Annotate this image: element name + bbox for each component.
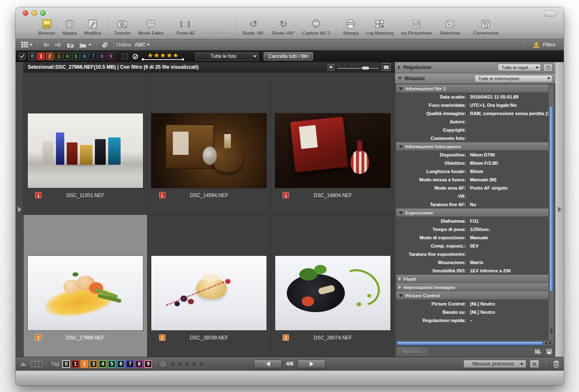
- apply-tag-button[interactable]: 7: [126, 360, 134, 368]
- metadati-dropdown[interactable]: Tutte le informazioni: [475, 75, 552, 82]
- apply-tag-button[interactable]: 5: [108, 360, 116, 368]
- toolbar-button-memo-vocale[interactable]: Memo vocale: [199, 17, 233, 36]
- revert-adjustments-button[interactable]: [543, 64, 552, 72]
- filmstrip-collapse-icon[interactable]: [20, 362, 27, 366]
- toolbar-button-transfer[interactable]: Transfer: [110, 17, 135, 36]
- horizontal-scroll-arrows[interactable]: [543, 341, 554, 345]
- toolbar-button-ruota-neg[interactable]: ↺ Ruota -90°: [239, 17, 268, 36]
- toolbar-button-stampa[interactable]: Stampa: [339, 17, 362, 36]
- back-button[interactable]: [40, 41, 52, 49]
- section-header-esposizione[interactable]: Esposizione: [396, 209, 548, 217]
- filter-tag-button[interactable]: 5: [72, 53, 80, 60]
- thumbnail-cell[interactable]: 2 DSC_28074.NEF: [271, 215, 395, 357]
- ripristina-button[interactable]: Ripristina: [397, 348, 427, 355]
- ordina-label: Ordina: [116, 42, 131, 48]
- folder-up-button[interactable]: [64, 41, 77, 49]
- select-all-checkbox[interactable]: [19, 53, 25, 60]
- section-header-impostazioni-immagini[interactable]: Impostazioni Immagini: [396, 283, 548, 291]
- star-range-slider[interactable]: [142, 58, 184, 60]
- vertical-scroll-arrows[interactable]: [549, 328, 554, 334]
- thumbnail-cell[interactable]: 2 DSC_28039.NEF: [148, 215, 271, 357]
- clear-filters-button[interactable]: Cancella tutti i filtri: [264, 52, 313, 60]
- thumbnail-cell-selected[interactable]: 2 DSC_27966.NEF: [24, 215, 147, 357]
- forward-arrow-icon: [54, 41, 62, 48]
- toolbar-button-punto-af[interactable]: [ ] Punto AF: [173, 17, 199, 36]
- toolbar-button-mappa[interactable]: Mappa: [59, 17, 80, 36]
- cancel-process-button[interactable]: [530, 360, 539, 368]
- toolbar-button-conversione[interactable]: TYPE Conversione: [469, 17, 502, 36]
- process-dropdown[interactable]: Nessun processo: [463, 360, 526, 368]
- filter-tag-button[interactable]: 6: [81, 53, 88, 60]
- no-rating-icon[interactable]: [160, 361, 166, 367]
- toolbar-button-modifica[interactable]: Modifica: [80, 17, 105, 36]
- star-filter-checkbox[interactable]: [122, 53, 128, 60]
- resize-grip[interactable]: [556, 363, 563, 370]
- thumbnail-size-slider[interactable]: [337, 64, 379, 70]
- forward-button[interactable]: [52, 41, 64, 49]
- apply-tag-button[interactable]: 8: [135, 360, 143, 368]
- rating-stars[interactable]: ★★★★★: [170, 360, 204, 368]
- toolbar-toggle-pill[interactable]: [544, 11, 556, 17]
- filter-tag-button[interactable]: 2: [46, 53, 53, 60]
- toolbar-button-browser[interactable]: Browser: [35, 17, 59, 36]
- apply-tag-button[interactable]: 2: [80, 360, 88, 368]
- section-header-informazioni-fotocamera[interactable]: Informazioni fotocamera: [396, 142, 548, 151]
- sort-mode-dropdown[interactable]: ABC: [133, 41, 152, 48]
- duplicate-button[interactable]: [99, 41, 111, 49]
- filter-tag-button[interactable]: 9: [107, 53, 114, 60]
- metadata-horizontal-scrollbar[interactable]: [396, 340, 554, 346]
- apply-tag-button[interactable]: 4: [99, 360, 107, 368]
- metadata-vertical-scrollbar[interactable]: [548, 84, 554, 340]
- left-panel-collapse-strip[interactable]: [16, 62, 24, 357]
- section-header-flash[interactable]: Flash: [396, 275, 548, 283]
- previous-page-button[interactable]: [254, 360, 282, 368]
- view-mode-button[interactable]: [19, 41, 35, 48]
- no-rating-icon[interactable]: [133, 54, 138, 59]
- toolbar-button-log-matching[interactable]: Log Matching: [362, 17, 397, 36]
- toolbar-button-slideshow[interactable]: Slideshow: [436, 17, 464, 36]
- apply-tag-button[interactable]: 1: [71, 360, 79, 368]
- favorite-folder-button[interactable]: [77, 41, 94, 49]
- metadata-row: Lunghezza focale: 85mm: [396, 167, 548, 176]
- zoom-out-thumb-icon[interactable]: [328, 64, 334, 70]
- filter-tag-button[interactable]: 4: [63, 53, 71, 60]
- toolbar-button-ruota-pos[interactable]: ↻ Ruota +90°: [268, 17, 298, 36]
- filter-tag-button[interactable]: 7: [90, 53, 97, 60]
- filter-tag-button[interactable]: 8: [98, 53, 106, 60]
- filter-tag-button[interactable]: 3: [55, 53, 62, 60]
- apply-tag-button[interactable]: 0: [62, 360, 70, 368]
- right-panel-collapse-strip[interactable]: [555, 62, 564, 357]
- filtro-button[interactable]: Filtro: [527, 40, 560, 49]
- thumbnail-cell[interactable]: 1 DSC_14604.NEF: [271, 72, 395, 214]
- save-icon[interactable]: [545, 348, 553, 355]
- section-header-informazioni-file[interactable]: Informazioni file 2: [396, 84, 548, 93]
- next-page-button[interactable]: [298, 360, 326, 368]
- vertical-scroll-thumb[interactable]: [550, 106, 553, 291]
- minimize-button[interactable]: [31, 10, 37, 16]
- thumbnail-cell[interactable]: 1 DSC_11301.NEF: [24, 72, 147, 214]
- section-header-picture-control[interactable]: Picture Control: [396, 291, 548, 300]
- close-button[interactable]: [23, 10, 28, 16]
- save-as-icon[interactable]: [534, 348, 542, 355]
- layout-segments-icon[interactable]: [31, 361, 43, 367]
- metadati-header[interactable]: Metadati Tutte le informazioni: [395, 73, 555, 84]
- horizontal-scroll-thumb[interactable]: [397, 341, 543, 345]
- zoom-in-thumb-icon[interactable]: [382, 63, 390, 71]
- filter-tag-button[interactable]: 1: [37, 53, 45, 60]
- apply-tag-button[interactable]: 6: [117, 360, 125, 368]
- folder-up-icon: [66, 41, 75, 48]
- titlebar[interactable]: [16, 7, 564, 17]
- toolbar-button-movie-editor[interactable]: Movie Editor: [135, 17, 167, 36]
- star-rating-filter[interactable]: ★★★★★: [142, 52, 184, 60]
- regolazioni-header[interactable]: Regolazioni Tutte le regol...: [395, 62, 555, 73]
- photo-filter-dropdown[interactable]: Tutte le foto: [196, 53, 259, 60]
- zoom-button[interactable]: [40, 10, 46, 16]
- toolbar-button-picturetown[interactable]: my Picturetown: [397, 17, 436, 36]
- filter-tag-button[interactable]: 0: [29, 53, 36, 60]
- section-title: Informazioni file 2: [405, 86, 446, 91]
- toolbar-button-capture-nx[interactable]: NX Capture NX 2: [299, 17, 334, 36]
- thumbnail-cell[interactable]: 1 DSC_14594.NEF: [148, 72, 271, 214]
- apply-tag-button[interactable]: 9: [144, 360, 152, 368]
- apply-tag-button[interactable]: 3: [90, 360, 97, 368]
- regolazioni-dropdown[interactable]: Tutte le regol...: [498, 64, 541, 71]
